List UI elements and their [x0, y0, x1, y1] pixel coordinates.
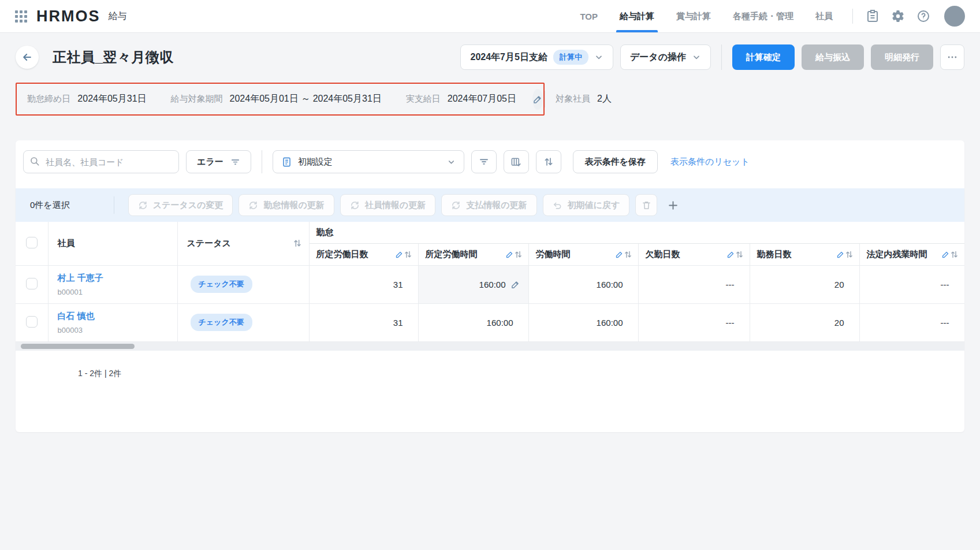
header-employee: 社員	[48, 222, 177, 265]
employee-name-link[interactable]: 村上 千恵子	[58, 273, 170, 284]
update-attendance-button: 勤怠情報の更新	[239, 194, 334, 216]
advanced-filter-button[interactable]	[471, 150, 497, 173]
update-employee-info-label: 社員情報の更新	[365, 200, 426, 211]
payday-label: 2024年7月5日支給	[470, 51, 547, 64]
trash-icon	[642, 200, 651, 210]
view-preset-select[interactable]: 初期設定	[273, 150, 464, 173]
employee-search-input[interactable]	[23, 150, 179, 173]
back-arrow-icon	[21, 51, 33, 63]
refresh-icon	[248, 200, 258, 210]
cell-statutory-overtime: ---	[859, 265, 964, 303]
sort-arrows-icon[interactable]	[404, 250, 412, 259]
nav-employees[interactable]: 社員	[815, 0, 833, 32]
edit-dates-button[interactable]	[532, 89, 543, 110]
payroll-table: 社員 ステータス 勤怠	[16, 222, 964, 342]
payday-selector[interactable]: 2024年7月5日支給 計算中	[460, 44, 613, 70]
error-filter-button[interactable]: エラー	[186, 150, 251, 173]
pencil-icon[interactable]	[505, 250, 514, 259]
settings-gear-icon[interactable]	[891, 9, 905, 23]
col-label: 勤務日数	[757, 249, 792, 260]
select-all-checkbox[interactable]	[26, 237, 38, 248]
table-row: 白石 慎也 b00003 チェック不要 31 160:00 160:00 ---…	[16, 303, 964, 341]
sort-arrows-icon[interactable]	[950, 250, 959, 259]
back-button[interactable]	[16, 46, 39, 69]
status-badge: チェック不要	[191, 314, 252, 331]
nav-top[interactable]: TOP	[580, 0, 598, 32]
cell-work-hours: 160:00	[528, 303, 638, 341]
sort-arrows-icon[interactable]	[514, 250, 523, 259]
nav-payroll[interactable]: 給与計算	[620, 0, 654, 32]
app-launcher-icon[interactable]	[15, 10, 27, 23]
header-absence-days: 欠勤日数	[638, 243, 750, 265]
filter-divider	[262, 150, 262, 173]
cell-scheduled-work-hours[interactable]: 160:00	[418, 265, 528, 303]
update-employee-info-button: 社員情報の更新	[340, 194, 435, 216]
help-icon[interactable]	[916, 9, 930, 23]
row-checkbox[interactable]	[26, 278, 38, 289]
target-employees-item: 対象社員 2人	[556, 93, 612, 105]
refresh-icon	[138, 200, 148, 210]
pencil-icon[interactable]	[615, 250, 624, 259]
nav-procedures[interactable]: 各種手続・管理	[733, 0, 793, 32]
horizontal-scrollbar-thumb[interactable]	[21, 344, 135, 349]
pencil-icon[interactable]	[941, 250, 950, 259]
confirm-calculation-button[interactable]: 計算確定	[732, 44, 795, 70]
column-settings-button[interactable]	[504, 150, 529, 173]
cell-scheduled-work-days: 31	[309, 265, 418, 303]
target-period-value: 2024年05月01日 ～ 2024年05月31日	[230, 93, 382, 105]
target-period-label: 給与対象期間	[171, 94, 223, 105]
employee-col-label: 社員	[58, 238, 75, 249]
chevron-down-icon	[692, 53, 701, 62]
ellipsis-icon	[947, 51, 958, 63]
chevron-down-icon	[447, 158, 456, 166]
sort-arrows-icon[interactable]	[624, 250, 632, 259]
search-icon	[29, 156, 40, 166]
pencil-icon[interactable]	[836, 250, 845, 259]
nav-bonus[interactable]: 賞与計算	[676, 0, 711, 32]
sort-arrows-icon[interactable]	[293, 239, 302, 248]
more-actions-button[interactable]	[940, 44, 964, 70]
tasks-clipboard-icon[interactable]	[866, 9, 880, 23]
pencil-icon[interactable]	[726, 250, 735, 259]
save-view-conditions-button[interactable]: 表示条件を保存	[573, 150, 658, 173]
selection-count: 0件を選択	[30, 200, 70, 211]
add-row-button[interactable]	[663, 195, 683, 215]
header-statutory-overtime: 法定内残業時間	[859, 243, 964, 265]
row-checkbox[interactable]	[26, 316, 38, 328]
payment-date-item: 実支給日 2024年07月05日	[406, 93, 516, 105]
data-operations-dropdown[interactable]: データの操作	[620, 44, 711, 70]
reset-to-default-button: 初期値に戻す	[543, 194, 630, 216]
closing-date-value: 2024年05月31日	[77, 93, 146, 105]
pencil-icon[interactable]	[511, 280, 520, 289]
cell-working-days: 20	[750, 303, 859, 341]
horizontal-scrollbar-track[interactable]	[16, 342, 964, 351]
employee-name-link[interactable]: 白石 慎也	[58, 311, 170, 322]
attendance-info-highlight-box: 勤怠締め日 2024年05月31日 給与対象期間 2024年05月01日 ～ 2…	[16, 83, 545, 116]
columns-icon	[511, 157, 521, 168]
filter-lines-icon	[479, 157, 489, 167]
cell-absence-days: ---	[638, 265, 750, 303]
pencil-icon[interactable]	[395, 250, 404, 259]
sort-button[interactable]	[536, 150, 561, 173]
pencil-icon	[532, 94, 543, 105]
salary-transfer-button: 給与振込	[802, 44, 864, 70]
navbar: HRMOS 給与 TOP 給与計算 賞与計算 各種手続・管理 社員	[0, 0, 980, 33]
bulk-action-bar: 0件を選択 ステータスの変更 勤怠情報の更新	[16, 188, 964, 222]
reset-view-conditions-link[interactable]: 表示条件のリセット	[670, 157, 750, 168]
filter-toolbar: エラー 初期設定	[16, 140, 964, 173]
sort-arrows-icon[interactable]	[845, 250, 854, 259]
view-preset-value: 初期設定	[298, 157, 441, 168]
closing-date-label: 勤怠締め日	[27, 94, 70, 105]
target-employees-value: 2人	[597, 93, 612, 105]
cell-scheduled-work-hours[interactable]: 160:00	[418, 303, 528, 341]
sort-arrows-icon[interactable]	[735, 250, 744, 259]
pagination-summary: 1 - 2件 | 2件	[78, 369, 121, 378]
period-info-bar: 勤怠締め日 2024年05月31日 給与対象期間 2024年05月01日 ～ 2…	[16, 83, 964, 116]
nav-divider	[852, 9, 853, 24]
pagination-area: 1 - 2件 | 2件	[16, 351, 964, 432]
user-avatar[interactable]	[944, 6, 965, 27]
update-payment-info-label: 支払情報の更新	[466, 200, 527, 211]
col-label: 所定労働時間	[426, 249, 478, 260]
header-divider	[721, 44, 722, 70]
cell-absence-days: ---	[638, 303, 750, 341]
